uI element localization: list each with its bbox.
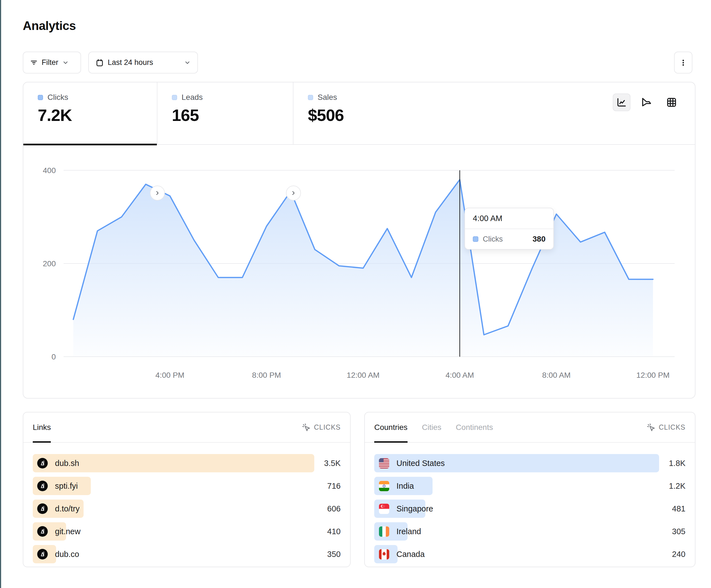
stat-value: 7.2K	[38, 106, 157, 125]
countries-panel: Countries Cities Continents CLICKS Unite…	[364, 412, 695, 567]
list-item[interactable]: Singapore 481	[374, 499, 686, 518]
x-axis-tick: 4:00 AM	[446, 371, 474, 380]
list-item-value: 350	[327, 550, 341, 559]
list-item[interactable]: spti.fyi 716	[33, 477, 341, 495]
date-range-label: Last 24 hours	[108, 58, 153, 67]
list-item-value: 1.8K	[669, 459, 686, 468]
list-item-value: 481	[672, 504, 686, 513]
funnel-icon	[641, 97, 652, 108]
funnel-view-button[interactable]	[638, 93, 655, 111]
table-view-button[interactable]	[663, 93, 681, 111]
list-item-value: 240	[672, 550, 686, 559]
area-chart-canvas: 02004004:00 PM8:00 PM12:00 AM4:00 AM8:00…	[23, 145, 695, 398]
sg-flag-icon	[379, 504, 389, 514]
links-metric[interactable]: CLICKS	[302, 423, 341, 432]
cursor-click-icon	[647, 423, 655, 432]
list-item[interactable]: India 1.2K	[374, 477, 686, 495]
x-axis-tick: 8:00 PM	[252, 371, 281, 380]
list-item[interactable]: d.to/try 606	[33, 499, 341, 518]
clicks-timeseries-chart[interactable]: 02004004:00 PM8:00 PM12:00 AM4:00 AM8:00…	[23, 145, 695, 398]
list-item[interactable]: Canada 240	[374, 545, 686, 563]
analytics-chart-card: Clicks 7.2K Leads 165 Sales $506	[23, 82, 695, 399]
filter-label: Filter	[42, 58, 58, 67]
list-item[interactable]: git.new 410	[33, 522, 341, 541]
dub-logo-icon	[37, 549, 48, 560]
analytics-page: Analytics Filter Last 24 hours	[0, 0, 711, 588]
list-item[interactable]: dub.sh 3.5K	[33, 454, 341, 472]
tab-clicks[interactable]: Clicks 7.2K	[23, 82, 157, 145]
list-item-label: United States	[396, 459, 445, 468]
tab-countries[interactable]: Countries	[374, 412, 408, 442]
list-item-label: Singapore	[396, 504, 433, 513]
x-axis-tick: 8:00 AM	[542, 371, 571, 380]
y-axis-tick: 200	[43, 259, 56, 268]
expand-leads-button[interactable]	[286, 185, 301, 201]
stat-label: Leads	[181, 93, 203, 102]
list-item-value: 1.2K	[669, 481, 686, 491]
tooltip-time: 4:00 AM	[465, 208, 553, 229]
tab-cities[interactable]: Cities	[422, 412, 441, 442]
tab-continents[interactable]: Continents	[456, 412, 493, 442]
tooltip-series-swatch	[473, 236, 478, 242]
tooltip-value: 380	[533, 235, 545, 244]
leads-series-swatch	[172, 95, 177, 100]
chevron-down-icon	[62, 59, 69, 66]
filter-icon	[30, 59, 38, 67]
list-item-label: Canada	[396, 550, 425, 559]
list-item[interactable]: Ireland 305	[374, 522, 686, 541]
dub-logo-icon	[37, 481, 48, 491]
dub-logo-icon	[37, 503, 48, 514]
sales-series-swatch	[308, 95, 313, 100]
us-flag-icon	[379, 458, 389, 469]
x-axis-tick: 4:00 PM	[155, 371, 184, 380]
list-item-value: 606	[327, 504, 341, 513]
ca-flag-icon	[379, 549, 389, 560]
stat-label: Sales	[318, 93, 337, 102]
y-axis-tick: 0	[51, 353, 56, 361]
tab-links[interactable]: Links	[33, 412, 51, 442]
in-flag-icon	[379, 481, 389, 491]
links-panel: Links CLICKS dub.sh 3.5K spti.fyi 716 d.…	[23, 412, 351, 567]
stats-row: Clicks 7.2K Leads 165 Sales $506	[23, 82, 695, 145]
stat-label: Clicks	[47, 93, 68, 102]
date-range-button[interactable]: Last 24 hours	[88, 51, 198, 73]
more-options-button[interactable]	[674, 51, 692, 73]
x-axis-tick: 12:00 AM	[347, 371, 380, 380]
dub-logo-icon	[37, 458, 48, 469]
countries-list: United States 1.8K India 1.2K Singapore …	[374, 454, 686, 563]
line-chart-icon	[616, 97, 627, 108]
list-item[interactable]: dub.co 350	[33, 545, 341, 563]
x-axis-tick: 12:00 PM	[636, 371, 670, 380]
list-item-value: 410	[327, 527, 341, 536]
list-item-value: 3.5K	[324, 459, 341, 468]
chevron-right-icon	[154, 190, 160, 196]
filter-button[interactable]: Filter	[23, 51, 81, 73]
chevron-down-icon	[184, 59, 191, 66]
list-item-label: d.to/try	[55, 504, 80, 513]
countries-panel-header: Countries Cities Continents CLICKS	[365, 412, 695, 443]
links-list: dub.sh 3.5K spti.fyi 716 d.to/try 606 gi…	[33, 454, 341, 563]
list-item-label: spti.fyi	[55, 481, 78, 491]
list-item-value: 305	[672, 527, 686, 536]
metric-label: CLICKS	[659, 423, 686, 431]
expand-clicks-button[interactable]	[150, 185, 165, 201]
list-item-label: India	[396, 481, 414, 491]
list-item-label: git.new	[55, 527, 81, 536]
tab-sales[interactable]: Sales $506	[294, 82, 430, 145]
stat-value: 165	[172, 106, 293, 125]
page-title: Analytics	[23, 19, 76, 33]
calendar-icon	[95, 59, 104, 67]
list-item-label: dub.sh	[55, 459, 79, 468]
metric-label: CLICKS	[314, 423, 341, 431]
links-panel-header: Links CLICKS	[23, 412, 350, 443]
line-chart-view-button[interactable]	[613, 93, 630, 111]
y-axis-tick: 400	[43, 166, 56, 175]
window-edge	[0, 0, 1, 588]
tooltip-series-label: Clicks	[483, 235, 528, 244]
stat-value: $506	[308, 106, 430, 125]
list-item[interactable]: United States 1.8K	[374, 454, 686, 472]
list-item-value: 716	[327, 481, 341, 491]
countries-metric[interactable]: CLICKS	[647, 423, 686, 432]
tab-leads[interactable]: Leads 165	[157, 82, 294, 145]
kebab-menu-icon	[679, 59, 687, 67]
